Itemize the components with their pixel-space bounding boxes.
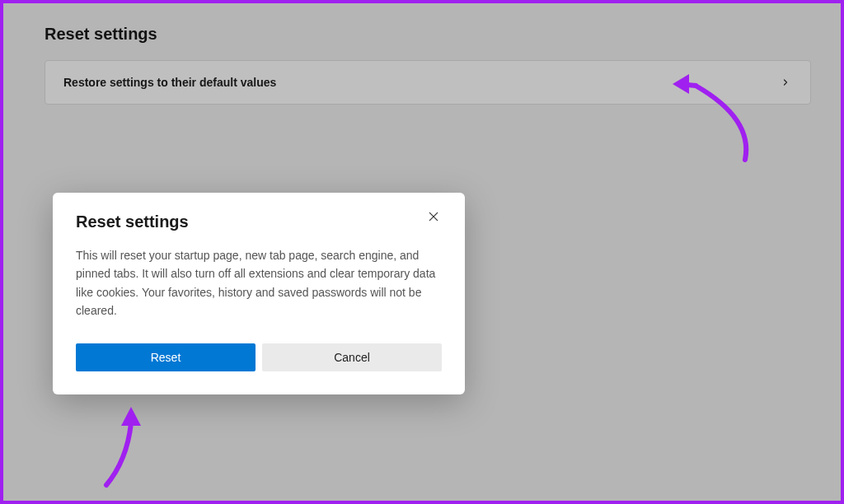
close-icon — [427, 210, 440, 226]
reset-settings-dialog: Reset settings This will reset your star… — [53, 193, 465, 394]
chevron-right-icon — [779, 76, 792, 89]
dialog-actions: Reset Cancel — [76, 343, 442, 371]
dialog-header: Reset settings — [76, 212, 442, 231]
close-button[interactable] — [425, 209, 442, 226]
dialog-title: Reset settings — [76, 212, 189, 231]
dialog-description: This will reset your startup page, new t… — [76, 246, 442, 320]
cancel-button[interactable]: Cancel — [262, 343, 442, 371]
page-title: Reset settings — [45, 25, 799, 44]
restore-settings-label: Restore settings to their default values — [63, 76, 276, 89]
restore-settings-row[interactable]: Restore settings to their default values — [45, 60, 811, 105]
reset-button[interactable]: Reset — [76, 343, 256, 371]
